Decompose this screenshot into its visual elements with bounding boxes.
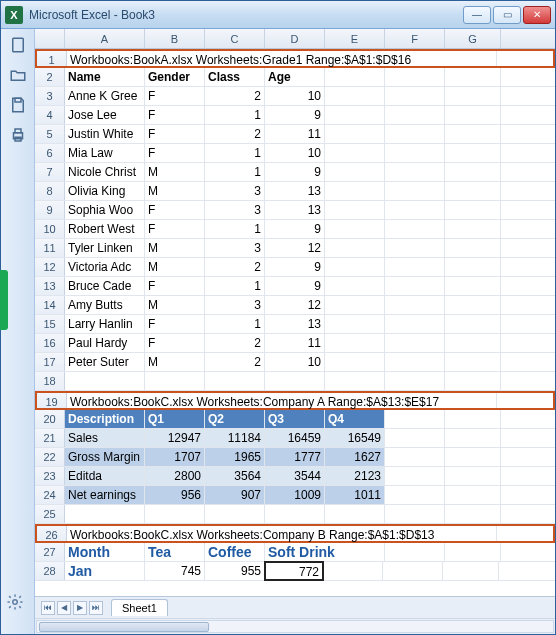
row-header[interactable]: 23 — [35, 467, 65, 485]
close-button[interactable]: ✕ — [523, 6, 551, 24]
cell[interactable]: 745 — [145, 562, 205, 580]
cell[interactable]: Coffee — [205, 543, 265, 561]
row-header[interactable]: 27 — [35, 543, 65, 561]
cell[interactable]: 1011 — [325, 486, 385, 504]
row-header[interactable]: 6 — [35, 144, 65, 162]
cell[interactable]: Amy Butts — [65, 296, 145, 314]
row-header[interactable]: 16 — [35, 334, 65, 352]
row-header[interactable]: 14 — [35, 296, 65, 314]
tab-nav-first-icon[interactable]: ⏮ — [41, 601, 55, 615]
cell[interactable]: Olivia King — [65, 182, 145, 200]
minimize-button[interactable]: — — [463, 6, 491, 24]
cell[interactable]: Jan — [65, 562, 145, 580]
cell[interactable]: Editda — [65, 467, 145, 485]
cell[interactable]: 1 — [205, 315, 265, 333]
cell[interactable]: Tea — [145, 543, 205, 561]
cell[interactable]: 2800 — [145, 467, 205, 485]
cell[interactable]: Age — [265, 68, 325, 86]
col-header-G[interactable]: G — [445, 29, 501, 48]
row-header[interactable]: 18 — [35, 372, 65, 390]
tab-nav-prev-icon[interactable]: ◀ — [57, 601, 71, 615]
cell[interactable] — [385, 68, 445, 86]
cell[interactable]: 10 — [265, 144, 325, 162]
cell[interactable]: 1965 — [205, 448, 265, 466]
cell[interactable]: 12 — [265, 296, 325, 314]
row-header[interactable]: 10 — [35, 220, 65, 238]
cell[interactable]: F — [145, 125, 205, 143]
cell[interactable]: Tyler Linken — [65, 239, 145, 257]
cell[interactable]: 13 — [265, 201, 325, 219]
cell[interactable]: F — [145, 87, 205, 105]
cell[interactable]: M — [145, 182, 205, 200]
row-header[interactable]: 28 — [35, 562, 65, 580]
row-header[interactable]: 7 — [35, 163, 65, 181]
cell[interactable]: Victoria Adc — [65, 258, 145, 276]
row-header[interactable]: 5 — [35, 125, 65, 143]
col-header-C[interactable]: C — [205, 29, 265, 48]
cell[interactable]: 3 — [205, 296, 265, 314]
tab-nav-last-icon[interactable]: ⏭ — [89, 601, 103, 615]
cell[interactable]: 10 — [265, 87, 325, 105]
cell[interactable]: F — [145, 315, 205, 333]
cell[interactable]: 9 — [265, 163, 325, 181]
cell[interactable]: 1 — [205, 144, 265, 162]
cell[interactable]: Robert West — [65, 220, 145, 238]
row-header[interactable]: 19 — [37, 393, 67, 408]
cell[interactable] — [445, 68, 501, 86]
cell[interactable] — [325, 68, 385, 86]
cell[interactable]: Name — [65, 68, 145, 86]
row-header[interactable]: 1 — [37, 51, 67, 66]
cell[interactable]: 1627 — [325, 448, 385, 466]
info-text-3[interactable]: Workbooks:BookC.xlsx Worksheets:Company … — [67, 526, 497, 541]
cell[interactable]: Mia Law — [65, 144, 145, 162]
cell[interactable]: 2 — [205, 125, 265, 143]
cell[interactable]: 1 — [205, 163, 265, 181]
cell[interactable]: Q1 — [145, 410, 205, 428]
cell[interactable]: 956 — [145, 486, 205, 504]
cell[interactable]: 1777 — [265, 448, 325, 466]
cell[interactable]: 3 — [205, 239, 265, 257]
info-text-2[interactable]: Workbooks:BookC.xlsx Worksheets:Company … — [67, 393, 497, 408]
cell[interactable]: 9 — [265, 220, 325, 238]
folder-icon[interactable] — [8, 65, 28, 85]
cell[interactable]: Sales — [65, 429, 145, 447]
cell[interactable]: 16549 — [325, 429, 385, 447]
titlebar[interactable]: X Microsoft Excel - Book3 — ▭ ✕ — [1, 1, 555, 29]
col-header-B[interactable]: B — [145, 29, 205, 48]
cell[interactable]: 11184 — [205, 429, 265, 447]
cell[interactable]: 1 — [205, 220, 265, 238]
row-header[interactable]: 4 — [35, 106, 65, 124]
cell[interactable]: 12947 — [145, 429, 205, 447]
horizontal-scrollbar[interactable] — [35, 618, 555, 634]
cell[interactable]: 9 — [265, 106, 325, 124]
cell[interactable]: 1 — [205, 106, 265, 124]
cell[interactable]: F — [145, 334, 205, 352]
cell[interactable]: 9 — [265, 277, 325, 295]
cell[interactable]: F — [145, 144, 205, 162]
cell[interactable]: 1009 — [265, 486, 325, 504]
row-header[interactable]: 20 — [35, 410, 65, 428]
cell[interactable]: 3 — [205, 201, 265, 219]
cell[interactable]: 2 — [205, 353, 265, 371]
cell[interactable]: 3564 — [205, 467, 265, 485]
cell[interactable]: F — [145, 277, 205, 295]
cell[interactable]: 955 — [205, 562, 265, 580]
cell[interactable]: Anne K Gree — [65, 87, 145, 105]
cell[interactable]: 2 — [205, 334, 265, 352]
cell[interactable]: Description — [65, 410, 145, 428]
cell[interactable]: 907 — [205, 486, 265, 504]
info-text-1[interactable]: Workbooks:BookA.xlsx Worksheets:Grade1 R… — [67, 51, 497, 66]
cell[interactable]: 2123 — [325, 467, 385, 485]
cell[interactable]: 10 — [265, 353, 325, 371]
print-icon[interactable] — [8, 125, 28, 145]
col-header-F[interactable]: F — [385, 29, 445, 48]
save-icon[interactable] — [8, 95, 28, 115]
cell[interactable]: M — [145, 353, 205, 371]
row-header[interactable]: 2 — [35, 68, 65, 86]
cell[interactable]: 1707 — [145, 448, 205, 466]
new-doc-icon[interactable] — [8, 35, 28, 55]
cell[interactable]: 11 — [265, 125, 325, 143]
row-header[interactable]: 26 — [37, 526, 67, 541]
cell[interactable]: Sophia Woo — [65, 201, 145, 219]
cell[interactable]: Jose Lee — [65, 106, 145, 124]
